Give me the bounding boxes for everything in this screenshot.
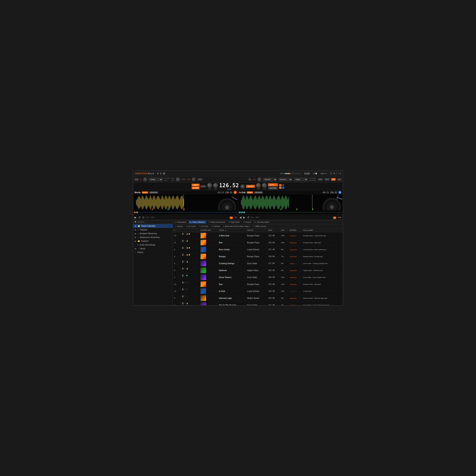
- ch1-btn-b[interactable]: 1: [279, 187, 281, 189]
- deck-right-vinyl[interactable]: [323, 198, 341, 210]
- loop-btn-right[interactable]: ↺: [247, 216, 249, 219]
- headphone-icon-left[interactable]: 🎧: [235, 216, 237, 218]
- table-row[interactable]: 10 ≡ ⌛ ⓘ 🔒 A Wee Dub Bumpin Flava 135.00…: [173, 232, 343, 239]
- table-row[interactable]: 2 ≡ ⌛ ⓘ Drum Towers Drum State 138.00 12…: [173, 274, 343, 281]
- table-row[interactable]: 5 ≡ ⌛ ⓘ C Internal Logic Mother Board 12…: [173, 295, 343, 302]
- speaker-icon[interactable]: 🔊: [163, 172, 165, 174]
- fx-badge-left[interactable]: FX: [135, 178, 139, 181]
- prev-next-right[interactable]: ◀ ▶: [338, 216, 341, 218]
- sidebar-item-beatsource[interactable]: ▶ ♪ Beatsource Streaming: [133, 236, 173, 239]
- tab-track-collection[interactable]: ▶ Track Collection: [188, 221, 206, 224]
- fullscreen-icon[interactable]: ⛶: [336, 172, 338, 174]
- cue-marker-1[interactable]: [134, 212, 136, 213]
- fx-select-right-1[interactable]: Reverb: [263, 178, 277, 181]
- settings-icon[interactable]: ⚙: [160, 172, 162, 174]
- tab-all-tracks[interactable]: ≡ All Tracks: [185, 225, 197, 228]
- close-icon[interactable]: ✕: [340, 172, 341, 174]
- col-header-filename[interactable]: FILE NAME: [302, 228, 343, 232]
- loop-btn-left[interactable]: ↺: [138, 216, 141, 219]
- quant-btn[interactable]: QUANT: [192, 187, 200, 189]
- fx-select-right-3[interactable]: Gater: [294, 178, 308, 181]
- deck-right-master[interactable]: MASTER: [254, 191, 263, 194]
- off-btn-left[interactable]: OFF: [197, 178, 203, 181]
- sidebar-item-audio-recordings[interactable]: ● Audio Recordings: [136, 243, 173, 247]
- filter-knob-2[interactable]: [262, 183, 267, 188]
- snap-btn[interactable]: SNAP: [192, 184, 200, 186]
- ch1-btn[interactable]: 1: [279, 184, 281, 186]
- deck-left-sync[interactable]: SYNC: [142, 191, 148, 194]
- table-row[interactable]: 6 ≡ ⌛ ⓘ 🔒 Born Under Lunar Echoes 127.00…: [173, 246, 343, 253]
- col-header-cover[interactable]: COVER ART: [199, 228, 218, 232]
- col-header-num[interactable]: #: [173, 228, 179, 232]
- cue-marker-r1[interactable]: [239, 212, 240, 213]
- track-table-container[interactable]: # COVER ART TITLE ▲ ARTIST BPM KEY RATIN…: [173, 228, 343, 305]
- tab-native-instruments[interactable]: ≡ Native Instruments: [207, 221, 227, 224]
- main-knob[interactable]: [240, 184, 245, 189]
- mixer-dropdown-arrow[interactable]: ▾: [326, 172, 327, 174]
- table-row[interactable]: 13 ≡ ⌛ ⓘ D ✓ Bae Bumpin Flava 135.00 10m…: [173, 281, 343, 288]
- tab-groove[interactable]: ≡ Groove: [241, 221, 253, 224]
- tab-festival[interactable]: ≡ Festival: [210, 225, 221, 228]
- sidebar-item-track-collection[interactable]: ▶ 📁 Track Collection: [133, 224, 173, 228]
- knob-left-rate[interactable]: [176, 177, 180, 182]
- cue-marker-2[interactable]: [136, 212, 138, 213]
- fx-select-right-2[interactable]: Reverb: [278, 178, 292, 181]
- table-row[interactable]: 3 ≡ ⌛ ⓘ 🔒 ✓ Cooking Swings Drum State 12…: [173, 260, 343, 267]
- wifi-icon[interactable]: ⚙: [333, 172, 335, 174]
- auto-btn[interactable]: AUTO: [268, 183, 278, 186]
- deck-right-sync[interactable]: SYNC: [247, 191, 253, 194]
- col-header-artist[interactable]: ARTIST: [246, 228, 267, 232]
- ch2-btn[interactable]: 2: [282, 184, 284, 186]
- fx-badge-right[interactable]: FX: [337, 178, 341, 181]
- col-header-rating[interactable]: RATING: [289, 228, 302, 232]
- deck-left-master[interactable]: MASTER: [149, 191, 158, 194]
- ch2-btn-b[interactable]: 2: [282, 187, 284, 189]
- knob-left-dw[interactable]: [192, 177, 196, 182]
- grid-icon[interactable]: ⊞: [157, 172, 159, 174]
- table-row[interactable]: 1 ≡ ⌛ ⓘ 🔒 Touch The Sunset Drum State 13…: [173, 302, 343, 306]
- cue-marker-r2[interactable]: [241, 212, 243, 213]
- tab-preparation[interactable]: ≡ Preparation: [174, 221, 188, 224]
- prev-btn-right[interactable]: ◀: [239, 216, 241, 219]
- gain-knob-1[interactable]: [207, 183, 212, 188]
- table-row[interactable]: 4 ≡ ⌛ ⓘ 🔒 Bumpy Bumpin Flava 136.00 7m ★…: [173, 253, 343, 260]
- link-btn[interactable]: LINK: [200, 185, 206, 188]
- knob-right-dw[interactable]: [257, 177, 261, 182]
- tab-best-new[interactable]: ≡ Best New Drum & Bass: May 2: [222, 225, 251, 228]
- table-row[interactable]: 11 ≡ ⌛ ⓘ 🔒 Bae Bumpin Flava 135.00 10m ★…: [173, 239, 343, 246]
- hotcue-4-right[interactable]: 4: [333, 217, 336, 219]
- master-btn[interactable]: MASTER: [268, 187, 278, 190]
- table-row[interactable]: 12 ≡ ⌛ ⓘ B ✓ In Dub Lunar Echoes 128.00 …: [173, 288, 343, 295]
- play-btn-left[interactable]: ▶: [135, 216, 137, 219]
- svg-rect-147: [276, 199, 277, 206]
- filter-knob-1[interactable]: [256, 183, 261, 188]
- sidebar-item-playlists[interactable]: ▶ ≡ Playlists: [133, 228, 173, 232]
- hotcue-4-left[interactable]: 4: [230, 217, 233, 219]
- tab-night-vibes[interactable]: ≡ Night Vibes: [227, 221, 241, 224]
- search-input[interactable]: [138, 221, 171, 223]
- col-header-key[interactable]: KEY: [280, 228, 289, 232]
- off-btn-right-2[interactable]: OFF: [324, 178, 330, 181]
- deck-left-vinyl[interactable]: [218, 199, 236, 210]
- sidebar-item-history[interactable]: ○ History: [133, 251, 173, 254]
- col-header-bpm[interactable]: BPM: [267, 228, 280, 232]
- fx-btn-left[interactable]: ⊙: [142, 216, 145, 219]
- tab-recently-added[interactable]: ⟳ Recently added: [253, 221, 271, 224]
- tab-offline-library[interactable]: □ Offline Library: [252, 225, 268, 228]
- on-btn-right[interactable]: ON: [331, 178, 336, 181]
- boost-btn[interactable]: BOOST: [246, 185, 255, 188]
- table-row[interactable]: 9 ≡ ⌛ ⓘ 🔒 ✓ Diafonie Higher Place 126.00…: [173, 267, 343, 274]
- sidebar-item-music[interactable]: ▶ ♫ Music: [133, 247, 173, 251]
- gain-knob-2[interactable]: [213, 183, 218, 188]
- off-btn-right-1[interactable]: OFF: [318, 178, 323, 181]
- headphone-icon[interactable]: 🎧: [330, 172, 332, 174]
- tab-dj-tools[interactable]: ≡ DJ Tools: [198, 225, 210, 228]
- play-btn-right[interactable]: ▶: [243, 216, 245, 219]
- fx-select-left[interactable]: Delay: [149, 178, 163, 181]
- knob-left-1[interactable]: [143, 177, 147, 182]
- cue-marker-r3[interactable]: [243, 212, 245, 213]
- tab-history[interactable]: ○ History: [174, 225, 184, 228]
- sidebar-item-explorer[interactable]: ▶ 📂 Explorer: [133, 239, 173, 243]
- sidebar-item-beatport[interactable]: ▶ ♪ Beatport Streaming: [133, 232, 173, 236]
- col-header-title[interactable]: TITLE ▲: [218, 228, 246, 232]
